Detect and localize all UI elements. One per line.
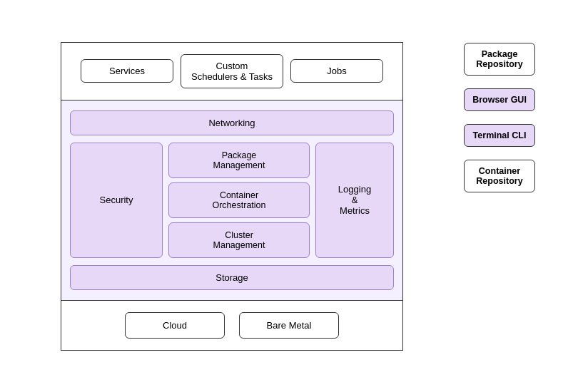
main-container: Services CustomSchedulers & Tasks Jobs N… [0,0,568,392]
storage-bar: Storage [70,265,394,290]
logging-box: Logging&Metrics [315,143,394,258]
security-box: Security [70,143,163,258]
networking-bar: Networking [70,110,394,135]
cloud-box: Cloud [125,312,225,339]
outer-box: Services CustomSchedulers & Tasks Jobs N… [61,42,403,351]
container-repository-sidebar: ContainerRepository [464,160,535,192]
middle-section: Networking Security PackageManagement Co… [61,100,402,301]
diagram-area: Services CustomSchedulers & Tasks Jobs N… [0,0,457,392]
cluster-management-box: ClusterManagement [168,222,310,258]
top-section: Services CustomSchedulers & Tasks Jobs [61,43,402,100]
package-management-box: PackageManagement [168,143,310,178]
browser-gui-sidebar: Browser GUI [464,88,535,111]
right-sidebar: PackageRepository Browser GUI Terminal C… [457,0,542,192]
jobs-box: Jobs [290,59,383,83]
terminal-cli-sidebar: Terminal CLI [464,124,535,147]
bottom-section: Cloud Bare Metal [61,301,402,350]
middle-col: PackageManagement ContainerOrchestration… [168,143,310,258]
bare-metal-box: Bare Metal [239,312,339,339]
services-box: Services [81,59,173,83]
container-orchestration-box: ContainerOrchestration [168,182,310,218]
package-repository-sidebar: PackageRepository [464,43,535,76]
inner-grid: Security PackageManagement ContainerOrch… [70,143,394,258]
custom-schedulers-box: CustomSchedulers & Tasks [181,54,283,88]
